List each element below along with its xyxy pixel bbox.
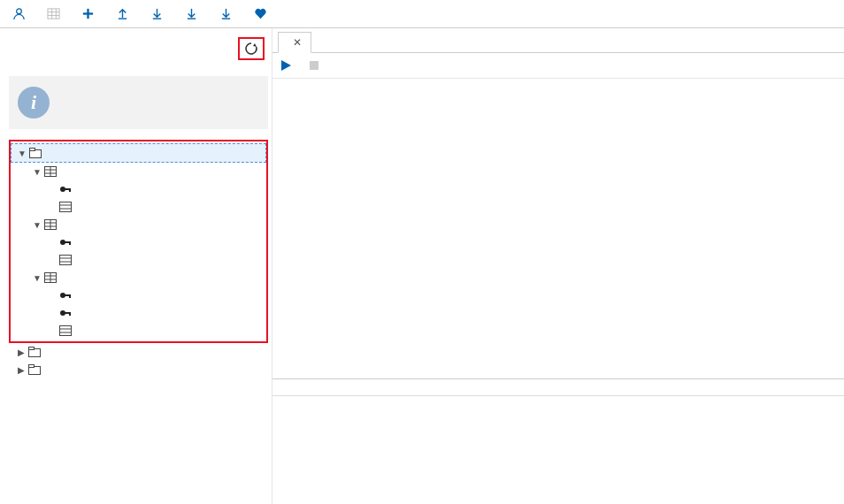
cancel-query-button <box>310 61 323 70</box>
svg-rect-44 <box>69 294 71 298</box>
svg-marker-55 <box>281 60 291 71</box>
heart-icon <box>254 7 267 20</box>
plus-icon <box>81 7 95 20</box>
stop-icon <box>310 61 318 70</box>
tree-node-sprocs[interactable]: ▶ <box>9 361 268 378</box>
svg-rect-47 <box>69 312 71 316</box>
download-icon <box>185 7 198 20</box>
svg-rect-52 <box>29 347 35 350</box>
refresh-highlight <box>238 37 265 60</box>
user-icon <box>12 7 26 20</box>
folder-icon <box>28 363 41 376</box>
svg-point-0 <box>17 9 22 14</box>
folder-icon <box>28 346 41 358</box>
main-toolbar <box>0 0 844 28</box>
export-json-button[interactable] <box>178 4 209 23</box>
query-actions <box>272 53 844 79</box>
tree-node-tables[interactable]: ▼ <box>11 143 266 163</box>
tree-node-column[interactable] <box>11 286 266 304</box>
tree-node-views[interactable]: ▶ <box>9 343 268 361</box>
svg-rect-17 <box>30 149 35 151</box>
download-icon <box>150 7 164 20</box>
svg-rect-25 <box>60 202 72 212</box>
column-icon <box>59 325 72 337</box>
tab-query-1[interactable]: ✕ <box>278 32 311 53</box>
play-icon <box>281 60 291 71</box>
tree-node-column[interactable] <box>11 251 266 269</box>
tree-node-column[interactable] <box>11 304 266 322</box>
chevron-right-icon: ▶ <box>17 365 26 375</box>
key-icon <box>59 307 72 319</box>
tree-node-table-studyplans[interactable]: ▼ <box>11 269 266 286</box>
svg-rect-54 <box>29 365 35 368</box>
svg-rect-24 <box>69 188 71 192</box>
save-query-button[interactable] <box>143 4 174 23</box>
tree-node-column[interactable] <box>11 233 266 251</box>
grid-icon <box>47 7 60 20</box>
edit-data-button <box>40 4 71 23</box>
svg-rect-48 <box>60 326 72 336</box>
upload-icon <box>116 7 129 20</box>
svg-rect-56 <box>310 61 318 70</box>
column-icon <box>59 201 72 213</box>
editor-pane: ✕ <box>272 28 844 504</box>
chevron-down-icon: ▼ <box>33 167 42 177</box>
refresh-icon[interactable] <box>244 42 258 56</box>
tree-node-table-courses[interactable]: ▼ <box>11 163 266 180</box>
run-button[interactable] <box>281 60 295 71</box>
table-icon <box>44 271 57 284</box>
download-icon <box>219 7 233 20</box>
tree-node-table-modules[interactable]: ▼ <box>11 216 266 233</box>
editor-tabs: ✕ <box>272 28 844 53</box>
chevron-down-icon: ▼ <box>18 149 27 158</box>
key-icon <box>59 183 72 195</box>
folder-icon <box>29 147 42 159</box>
open-query-button[interactable] <box>109 4 140 23</box>
tree-node-column[interactable] <box>11 322 266 340</box>
svg-rect-35 <box>60 256 72 265</box>
chevron-down-icon: ▼ <box>33 273 42 283</box>
export-csv-button[interactable] <box>212 4 243 23</box>
tree-highlight: ▼ ▼ ▼ <box>9 140 268 343</box>
results-panel <box>272 378 844 504</box>
close-icon[interactable]: ✕ <box>293 36 302 49</box>
chevron-down-icon: ▼ <box>33 220 42 230</box>
sql-editor[interactable] <box>272 79 844 378</box>
svg-rect-1 <box>48 9 59 19</box>
table-icon <box>44 165 57 178</box>
feedback-button[interactable] <box>247 4 278 23</box>
table-icon <box>44 218 57 231</box>
column-icon <box>59 254 72 266</box>
object-explorer: i ▼ ▼ <box>0 28 272 504</box>
new-query-button[interactable] <box>74 4 105 23</box>
info-banner: i <box>9 76 268 129</box>
svg-rect-34 <box>69 241 71 245</box>
login-button[interactable] <box>5 4 36 23</box>
tree-node-column[interactable] <box>11 180 266 198</box>
key-icon <box>59 236 72 248</box>
key-icon <box>59 289 72 302</box>
info-icon: i <box>18 87 50 118</box>
tree-node-column[interactable] <box>11 198 266 216</box>
chevron-right-icon: ▶ <box>17 347 26 357</box>
